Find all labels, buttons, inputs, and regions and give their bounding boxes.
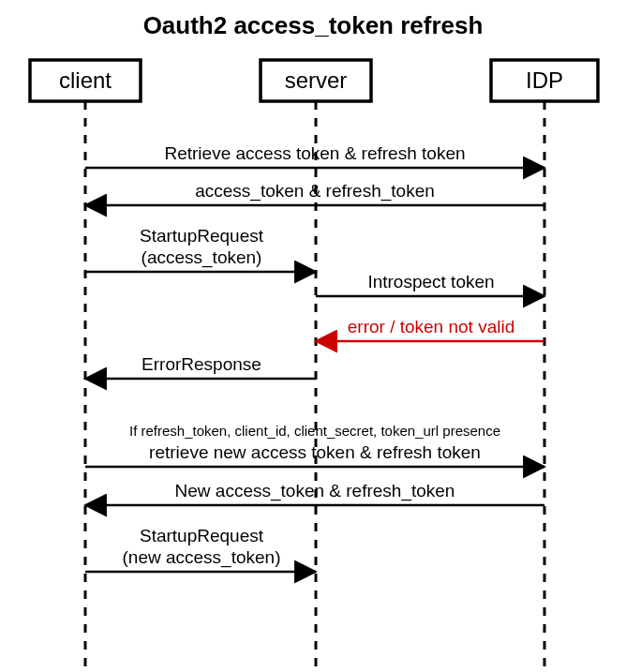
msg-startup-request-2a: StartupRequest xyxy=(140,526,264,545)
msg-error-token-invalid: error / token not valid xyxy=(348,317,514,336)
msg-startup-request-1b: (access_token) xyxy=(142,247,262,268)
svg-text:client: client xyxy=(59,67,112,93)
msg-new-tokens-response: New access_token & refresh_token xyxy=(175,481,455,501)
participant-server: server xyxy=(261,60,371,101)
svg-text:IDP: IDP xyxy=(526,67,563,93)
msg-tokens-response: access_token & refresh_token xyxy=(195,181,435,202)
diagram-title: Oauth2 access_token refresh xyxy=(143,11,484,39)
msg-retrieve-new-tokens: retrieve new access token & refresh toke… xyxy=(149,442,481,462)
sequence-diagram: Oauth2 access_token refresh client serve… xyxy=(0,0,626,672)
msg-error-response: ErrorResponse xyxy=(142,354,261,374)
msg-retrieve-tokens: Retrieve access token & refresh token xyxy=(164,143,465,163)
participant-idp: IDP xyxy=(491,60,598,101)
msg-refresh-condition-note: If refresh_token, client_id, client_secr… xyxy=(129,423,500,439)
participant-client: client xyxy=(30,60,141,101)
msg-introspect: Introspect token xyxy=(367,272,494,291)
msg-startup-request-1a: StartupRequest xyxy=(140,226,264,246)
svg-text:server: server xyxy=(285,67,348,93)
msg-startup-request-2b: (new access_token) xyxy=(123,547,281,568)
